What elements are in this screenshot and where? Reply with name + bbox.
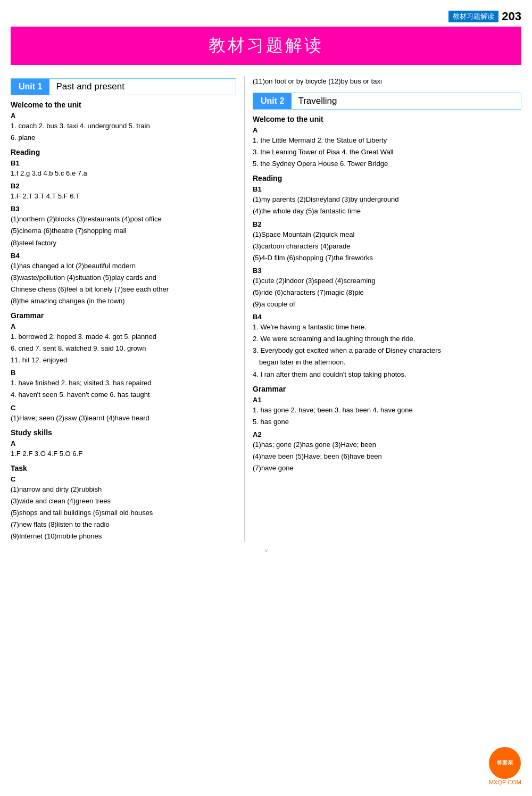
unit2-title: Travelling [292, 93, 343, 109]
dot-decoration: ∨ [0, 548, 532, 553]
unit2-b1-line2: (4)the whole day (5)a fantastic time [253, 205, 521, 217]
unit1-studyskills-a-line1: 1.F 2.F 3.O 4.F 5.O 6.F [11, 448, 236, 460]
unit1-grammar-c-line1: (1)Have; seen (2)saw (3)learnt (4)have h… [11, 412, 236, 424]
page-number: 203 [502, 10, 521, 23]
unit2-grammar-a2-line2: (4)have been (5)Have; been (6)have been [253, 451, 521, 462]
unit2-b1-label: B1 [253, 185, 521, 193]
unit2-grammar-a1-line1: 1. has gone 2. have; been 3. has been 4.… [253, 404, 521, 416]
unit1-b4-label: B4 [11, 252, 236, 260]
unit1-studyskills-heading: Study skills [11, 428, 236, 437]
unit1-task-c-line6: (11)on foot or by bicycle (12)by bus or … [253, 76, 521, 87]
unit2-b2-line1: (1)Space Mountain (2)quick meal [253, 229, 521, 241]
unit1-b1-line1: 1.f 2.g 3.d 4.b 5.c 6.e 7.a [11, 168, 236, 179]
unit2-b3-label: B3 [253, 267, 521, 275]
unit2-b4-line5: 4. I ran after them and couldn't stop ta… [253, 369, 521, 380]
unit2-a-line2: 3. the Leaning Tower of Pisa 4. the Grea… [253, 146, 521, 158]
unit2-a-line3: 5. the Sydney Opera House 6. Tower Bridg… [253, 158, 521, 170]
unit1-grammar-b-line1: 1. have finished 2. has; visited 3. has … [11, 377, 236, 389]
unit1-b4-line2: (3)waste/pollution (4)situation (5)play … [11, 272, 236, 284]
unit2-grammar-a2-label: A2 [253, 430, 521, 438]
unit2-grammar-heading: Grammar [253, 385, 521, 393]
unit1-b3-line3: (8)steel factory [11, 237, 236, 249]
unit1-welcome-heading: Welcome to the unit [11, 101, 236, 109]
unit1-grammar-a-line3: 11. hit 12. enjoyed [11, 354, 236, 366]
unit1-reading-heading: Reading [11, 148, 236, 156]
unit1-grammar-a-line2: 6. cried 7. sent 8. watched 9. said 10. … [11, 343, 236, 354]
page-badge: 教材习题解读 [448, 11, 498, 22]
content-area: Unit 1 Past and present Welcome to the u… [11, 76, 521, 542]
unit2-b4-line3: 3. Everybody got excited when a parade o… [253, 345, 521, 356]
unit2-b1-line1: (1)my parents (2)Disneyland (3)by underg… [253, 194, 521, 205]
unit2-reading-heading: Reading [253, 174, 521, 183]
unit1-task-c-line2: (3)wide and clean (4)green trees [11, 495, 236, 507]
unit2-grammar-a1-label: A1 [253, 396, 521, 404]
unit1-a-line1: 1. coach 2. bus 3. taxi 4. underground 5… [11, 120, 236, 132]
unit1-b1-label: B1 [11, 159, 236, 167]
unit1-task-c-line5: (9)Internet (10)mobile phones [11, 530, 236, 542]
watermark-line1: 答案亲 [497, 759, 513, 767]
unit2-grammar-a2-line3: (7)have gone [253, 462, 521, 474]
unit1-title: Past and present [49, 79, 131, 95]
unit1-b4-line3: Chinese chess (6)feel a bit lonely (7)se… [11, 284, 236, 295]
unit1-badge: Unit 1 [11, 79, 49, 95]
unit2-badge: Unit 2 [253, 93, 292, 109]
unit1-grammar-a-label: A [11, 322, 236, 330]
unit2-grammar-a1-line2: 5. has gone [253, 416, 521, 428]
unit1-grammar-b-line2: 4. haven't seen 5. haven't come 6. has t… [11, 389, 236, 401]
unit1-b4-line1: (1)has changed a lot (2)beautiful modern [11, 260, 236, 272]
unit2-b2-line2: (3)cartoon characters (4)parade [253, 241, 521, 252]
unit1-grammar-a-line1: 1. borrowed 2. hoped 3. made 4. got 5. p… [11, 331, 236, 343]
unit1-grammar-b-label: B [11, 369, 236, 377]
unit2-header: Unit 2 Travelling [253, 93, 521, 110]
watermark: 答案亲 MXQE.COM [489, 747, 521, 785]
unit1-studyskills-a-label: A [11, 440, 236, 447]
unit2-b2-line3: (5)4-D film (6)shopping (7)the fireworks [253, 252, 521, 264]
left-column: Unit 1 Past and present Welcome to the u… [11, 76, 245, 542]
unit2-b3-line1: (1)cute (2)indoor (3)speed (4)screaming [253, 275, 521, 287]
unit1-b3-line1: (1)northern (2)blocks (3)restaurants (4)… [11, 213, 236, 225]
unit2-grammar-a2-line1: (1)has; gone (2)has gone (3)Have; been [253, 439, 521, 451]
unit1-grammar-c-label: C [11, 404, 236, 412]
unit1-task-c-line4: (7)new flats (8)listen to the radio [11, 519, 236, 530]
unit1-b3-label: B3 [11, 205, 236, 213]
header-banner: 教材习题解读 [11, 27, 521, 65]
watermark-line2: MXQE.COM [489, 779, 521, 785]
unit2-b4-line1: 1. We're having a fantastic time here. [253, 321, 521, 333]
unit2-b2-label: B2 [253, 220, 521, 228]
right-column: (11)on foot or by bicycle (12)by bus or … [245, 76, 521, 542]
unit1-b3-line2: (5)cinema (6)theatre (7)shopping mall [11, 225, 236, 237]
unit2-a-label: A [253, 126, 521, 134]
unit1-b4-line4: (8)the amazing changes (in the town) [11, 295, 236, 307]
unit2-a-line1: 1. the Little Mermaid 2. the Statue of L… [253, 135, 521, 146]
unit1-task-c-line3: (5)shops and tall buildings (6)small old… [11, 507, 236, 519]
unit2-b4-line2: 2. We were screaming and laughing throug… [253, 333, 521, 345]
unit1-b2-label: B2 [11, 182, 236, 190]
unit1-task-c-line1: (1)narrow and dirty (2)rubbish [11, 484, 236, 495]
unit1-header: Unit 1 Past and present [11, 78, 236, 95]
unit1-grammar-heading: Grammar [11, 311, 236, 320]
unit2-welcome-heading: Welcome to the unit [253, 115, 521, 123]
page-number-bar: 教材习题解读 203 [448, 10, 521, 23]
unit1-b2-line1: 1.F 2.T 3.T 4.T 5.F 6.T [11, 190, 236, 202]
unit1-a-label: A [11, 112, 236, 120]
unit1-a-line2: 6. plane [11, 132, 236, 144]
unit1-task-c-label: C [11, 475, 236, 483]
unit2-b4-line4: began later in the afternoon. [259, 356, 521, 368]
unit1-task-heading: Task [11, 464, 236, 472]
unit2-b3-line2: (5)ride (6)characters (7)magic (8)pie [253, 287, 521, 298]
unit2-b3-line3: (9)a couple of [253, 298, 521, 310]
unit2-b4-label: B4 [253, 313, 521, 321]
header-title: 教材习题解读 [209, 36, 323, 55]
